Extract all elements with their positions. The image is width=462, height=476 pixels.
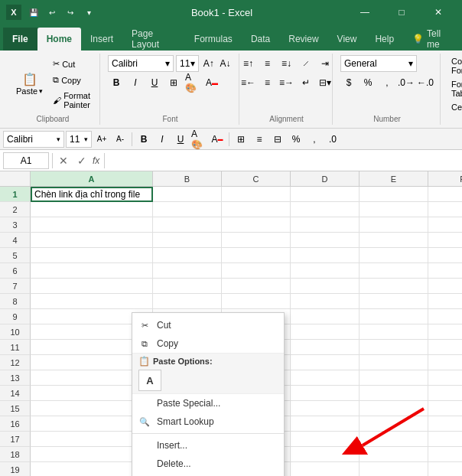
cell-e18[interactable] (360, 447, 428, 462)
formula-bar-underline[interactable]: U (172, 131, 189, 148)
cell-c7[interactable] (222, 279, 291, 294)
cell-a3[interactable] (31, 217, 153, 233)
cell-b2[interactable] (153, 202, 222, 217)
cell-d16[interactable] (291, 416, 360, 432)
font-name-selector[interactable]: Calibri ▾ (108, 55, 174, 72)
cell-c8[interactable] (222, 294, 291, 309)
col-header-e[interactable]: E (360, 171, 428, 186)
cell-f15[interactable] (428, 401, 462, 416)
cell-d11[interactable] (291, 340, 360, 355)
cell-e4[interactable] (360, 233, 428, 248)
cell-d17[interactable] (291, 432, 360, 447)
minimize-button[interactable]: — (347, 0, 382, 24)
copy-button[interactable]: ⧉ Copy (50, 73, 93, 86)
cell-f6[interactable] (428, 263, 462, 279)
wrap-text-button[interactable]: ↵ (298, 74, 314, 91)
cell-c4[interactable] (222, 233, 291, 248)
col-header-d[interactable]: D (291, 171, 360, 186)
font-color-button[interactable]: A▬ (203, 74, 220, 91)
paste-option-default[interactable]: A (138, 370, 161, 391)
formula-bar-percent[interactable]: % (288, 131, 304, 148)
cell-c1[interactable] (222, 187, 291, 202)
cell-f17[interactable] (428, 432, 462, 447)
cell-e9[interactable] (360, 309, 428, 324)
align-bottom-button[interactable]: ≡↓ (278, 55, 295, 72)
cell-d10[interactable] (291, 324, 360, 340)
cell-d12[interactable] (291, 355, 360, 370)
font-size-selector[interactable]: 11 ▾ (176, 55, 199, 72)
cell-a8[interactable] (31, 294, 153, 309)
cell-e7[interactable] (360, 279, 428, 294)
cell-c2[interactable] (222, 202, 291, 217)
cell-d15[interactable] (291, 401, 360, 416)
cell-f11[interactable] (428, 340, 462, 355)
cell-d1[interactable] (291, 187, 360, 202)
cell-b8[interactable] (153, 294, 222, 309)
col-header-c[interactable]: C (222, 171, 291, 186)
cell-d6[interactable] (291, 263, 360, 279)
context-menu-copy[interactable]: ⧉ Copy (132, 334, 284, 353)
cell-c6[interactable] (222, 263, 291, 279)
cell-d3[interactable] (291, 217, 360, 233)
cell-a6[interactable] (31, 263, 153, 279)
align-center-button[interactable]: ≡ (259, 74, 276, 91)
formula-confirm-button[interactable]: ✓ (74, 153, 89, 168)
orient-button[interactable]: ⟋ (298, 55, 314, 72)
context-menu-paste-special[interactable]: Paste Special... (132, 394, 284, 412)
cell-e13[interactable] (360, 370, 428, 386)
cell-e5[interactable] (360, 248, 428, 263)
cell-b1[interactable] (153, 187, 222, 202)
cell-d4[interactable] (291, 233, 360, 248)
cell-d8[interactable] (291, 294, 360, 309)
merge-button[interactable]: ⊟▾ (317, 74, 333, 91)
col-header-a[interactable]: A (31, 171, 153, 186)
formula-bar-color[interactable]: A▬ (209, 131, 226, 148)
cell-a4[interactable] (31, 233, 153, 248)
cell-f13[interactable] (428, 370, 462, 386)
context-menu-smart-lookup[interactable]: 🔍 Smart Lookup (132, 412, 284, 431)
cell-e17[interactable] (360, 432, 428, 447)
tab-view[interactable]: View (328, 28, 366, 51)
cell-e10[interactable] (360, 324, 428, 340)
col-header-b[interactable]: B (153, 171, 222, 186)
cell-f8[interactable] (428, 294, 462, 309)
align-left-button[interactable]: ≡← (240, 74, 257, 91)
align-middle-button[interactable]: ≡ (259, 55, 276, 72)
indent-button[interactable]: ⇥ (317, 55, 333, 72)
formula-bar-align[interactable]: ≡ (251, 131, 268, 148)
customize-qa-button[interactable]: ▾ (81, 5, 96, 20)
cell-e6[interactable] (360, 263, 428, 279)
maximize-button[interactable]: □ (384, 0, 419, 24)
cell-f5[interactable] (428, 248, 462, 263)
cell-styles-button[interactable]: Cell Styles (448, 101, 462, 113)
tab-formulas[interactable]: Formulas (185, 28, 242, 51)
col-header-f[interactable]: F (428, 171, 462, 186)
cell-f7[interactable] (428, 279, 462, 294)
tab-file[interactable]: File (3, 28, 37, 51)
cell-f1[interactable] (428, 187, 462, 202)
save-qa-button[interactable]: 💾 (26, 5, 41, 20)
cell-f4[interactable] (428, 233, 462, 248)
tab-help[interactable]: Help (366, 28, 403, 51)
border-button[interactable]: ⊞ (165, 74, 182, 91)
cell-f10[interactable] (428, 324, 462, 340)
cell-c3[interactable] (222, 217, 291, 233)
redo-qa-button[interactable]: ↪ (63, 5, 78, 20)
cell-f19[interactable] (428, 462, 462, 476)
cell-f18[interactable] (428, 447, 462, 462)
cell-b5[interactable] (153, 248, 222, 263)
undo-qa-button[interactable]: ↩ (44, 5, 60, 20)
cut-button[interactable]: ✂ Cut (50, 57, 93, 70)
cell-f14[interactable] (428, 386, 462, 401)
cell-e12[interactable] (360, 355, 428, 370)
cell-d5[interactable] (291, 248, 360, 263)
formula-bar-italic[interactable]: I (154, 131, 171, 148)
cell-c5[interactable] (222, 248, 291, 263)
tab-insert[interactable]: Insert (81, 28, 122, 51)
formula-input[interactable] (109, 152, 459, 169)
cell-d2[interactable] (291, 202, 360, 217)
tab-review[interactable]: Review (279, 28, 327, 51)
percent-button[interactable]: % (360, 74, 376, 91)
tab-tell-me[interactable]: 💡Tell me (403, 28, 459, 51)
cell-b3[interactable] (153, 217, 222, 233)
